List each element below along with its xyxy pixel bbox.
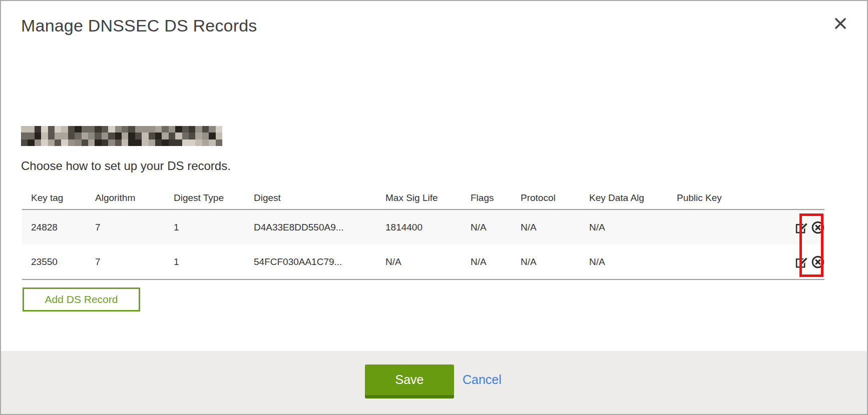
column-header-algorithm: Algorithm <box>86 187 165 210</box>
table-row: 2482871D4A33E8DD550A9...1814400N/AN/AN/A <box>22 210 824 244</box>
column-header-actions <box>768 187 824 210</box>
instruction-text: Choose how to set up your DS records. <box>21 159 231 173</box>
cell-key-tag: 23550 <box>22 244 86 280</box>
delete-record-icon[interactable] <box>811 221 824 234</box>
cell-flags: N/A <box>462 244 512 280</box>
close-x-glyph <box>834 17 847 30</box>
column-header-key-data-alg: Key Data Alg <box>580 187 668 210</box>
add-ds-record-button[interactable]: Add DS Record <box>23 288 140 312</box>
column-header-key-tag: Key tag <box>22 187 86 210</box>
table-header-row: Key tagAlgorithmDigest TypeDigestMax Sig… <box>22 187 824 210</box>
cell-public-key <box>668 244 768 280</box>
column-header-max-sig-life: Max Sig Life <box>376 187 462 210</box>
cell-protocol: N/A <box>512 210 580 244</box>
cell-max-sig-life: N/A <box>376 244 462 280</box>
redacted-domain-name <box>21 126 222 146</box>
cell-digest: 54FCF030AA1C79... <box>245 244 376 280</box>
cell-max-sig-life: 1814400 <box>376 210 462 244</box>
table-row: 235507154FCF030AA1C79...N/AN/AN/AN/A <box>22 244 824 280</box>
column-header-flags: Flags <box>462 187 512 210</box>
dnssec-modal: Manage DNSSEC DS Records Choose how to s… <box>0 0 868 415</box>
page-title: Manage DNSSEC DS Records <box>21 16 257 36</box>
column-header-digest-type: Digest Type <box>165 187 245 210</box>
edit-record-icon[interactable] <box>795 256 808 268</box>
edit-record-icon[interactable] <box>795 221 808 234</box>
cell-protocol: N/A <box>512 244 580 280</box>
cell-algorithm: 7 <box>86 244 165 280</box>
cancel-button[interactable]: Cancel <box>463 364 502 395</box>
delete-record-icon[interactable] <box>811 256 824 268</box>
cell-algorithm: 7 <box>86 210 165 244</box>
cell-digest-type: 1 <box>165 210 245 244</box>
column-header-protocol: Protocol <box>512 187 580 210</box>
cell-key-data-alg: N/A <box>580 244 668 280</box>
cell-key-data-alg: N/A <box>580 210 668 244</box>
cell-public-key <box>668 210 768 244</box>
save-button[interactable]: Save <box>365 364 454 398</box>
column-header-digest: Digest <box>245 187 376 210</box>
column-header-public-key: Public Key <box>668 187 768 210</box>
ds-records-table: Key tagAlgorithmDigest TypeDigestMax Sig… <box>22 187 824 280</box>
row-actions <box>768 210 824 244</box>
modal-footer: Save Cancel <box>1 351 867 414</box>
close-icon[interactable] <box>832 15 849 32</box>
cell-digest-type: 1 <box>165 244 245 280</box>
cell-digest: D4A33E8DD550A9... <box>245 210 376 244</box>
row-actions <box>768 244 824 280</box>
cell-flags: N/A <box>462 210 512 244</box>
cell-key-tag: 24828 <box>22 210 86 244</box>
